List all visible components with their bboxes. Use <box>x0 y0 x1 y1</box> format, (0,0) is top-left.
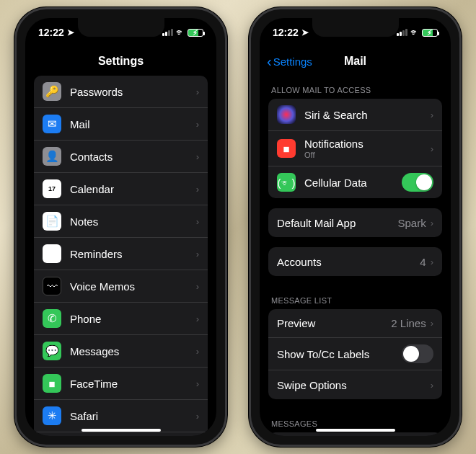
row-swipe-options[interactable]: Swipe Options › <box>268 370 442 399</box>
row-label: Notifications <box>304 138 431 150</box>
row-label: Reminders <box>70 248 196 260</box>
nav-bar-left: Settings <box>25 47 216 76</box>
row-notes[interactable]: 📄 Notes › <box>34 205 208 238</box>
chevron-right-icon: › <box>196 346 199 357</box>
accounts-group: Accounts 4 › <box>268 247 442 276</box>
section-header-allow: ALLOW MAIL TO ACCESS <box>260 76 451 99</box>
row-facetime[interactable]: ■ FaceTime › <box>34 368 208 400</box>
row-label: Mail <box>70 118 196 130</box>
row-label: Default Mail App <box>277 217 397 229</box>
row-notifications[interactable]: ■ NotificationsOff › <box>268 131 442 166</box>
row-detail: 4 <box>420 256 426 268</box>
back-label: Settings <box>273 55 312 68</box>
wifi-icon: ᯤ <box>176 27 185 37</box>
screen-left: 12:22 ➤ ᯤ ⚡︎ Settings 🔑 Passwords › ✉︎ M… <box>25 18 216 436</box>
signal-icon <box>397 29 407 36</box>
row-label: Messages <box>70 345 196 357</box>
cellular-icon: (ᯤ) <box>277 173 296 192</box>
notifications-icon: ■ <box>277 139 296 158</box>
contacts-icon: 👤 <box>43 147 61 166</box>
calendar-icon: 17 <box>43 179 61 198</box>
row-label: Cellular Data <box>304 177 402 189</box>
chevron-right-icon: › <box>196 249 199 259</box>
chevron-right-icon: › <box>196 86 199 97</box>
row-news[interactable]: N News › <box>34 432 208 436</box>
chevron-right-icon: › <box>431 143 433 154</box>
row-phone[interactable]: ✆ Phone › <box>34 303 208 335</box>
row-safari[interactable]: ✳︎ Safari › <box>34 400 208 432</box>
row-label: FaceTime <box>70 378 196 390</box>
row-messages[interactable]: 💬 Messages › <box>34 335 208 368</box>
row-label: Contacts <box>70 151 196 163</box>
status-time: 12:22 <box>273 27 299 38</box>
toggle-switch[interactable] <box>402 173 433 192</box>
row-ask-before-deleting[interactable]: Ask Before Deleting <box>268 432 442 436</box>
chevron-right-icon: › <box>431 318 433 329</box>
chevron-right-icon: › <box>431 218 433 228</box>
home-indicator[interactable] <box>81 429 161 432</box>
nav-bar-right: ‹ Settings Mail <box>260 47 451 76</box>
home-indicator[interactable] <box>316 429 395 432</box>
facetime-icon: ■ <box>43 374 61 393</box>
chevron-right-icon: › <box>431 110 433 120</box>
row-label: Accounts <box>277 256 420 268</box>
phone-right: 12:22 ➤ ᯤ ⚡︎ ‹ Settings Mail ALLOW MAIL … <box>249 7 462 447</box>
toggle-switch[interactable] <box>402 344 433 363</box>
row-reminders[interactable]: ⦿ Reminders › <box>34 238 208 270</box>
row-label: Notes <box>70 215 196 228</box>
phone-icon: ✆ <box>43 309 61 328</box>
siri-icon <box>277 105 296 124</box>
back-button[interactable]: ‹ Settings <box>267 53 312 70</box>
chevron-right-icon: › <box>196 119 199 130</box>
signal-icon <box>162 29 173 36</box>
default-mail-group: Default Mail App Spark › <box>268 208 442 237</box>
row-accounts[interactable]: Accounts 4 › <box>268 247 442 276</box>
safari-icon: ✳︎ <box>43 406 61 425</box>
chevron-right-icon: › <box>431 380 433 391</box>
voicememos-icon: 〰 <box>43 277 61 295</box>
row-sub: Off <box>304 151 431 159</box>
row-preview[interactable]: Preview 2 Lines› <box>268 309 442 338</box>
row-cellular[interactable]: (ᯤ) Cellular Data <box>268 166 442 198</box>
chevron-right-icon: › <box>196 281 199 292</box>
mail-icon: ✉︎ <box>43 115 61 133</box>
chevron-right-icon: › <box>196 216 199 227</box>
row-detail: Spark <box>397 217 426 229</box>
page-title: Mail <box>344 55 366 68</box>
chevron-right-icon: › <box>196 411 199 422</box>
row-label: Siri & Search <box>304 109 431 121</box>
screen-right: 12:22 ➤ ᯤ ⚡︎ ‹ Settings Mail ALLOW MAIL … <box>260 18 451 436</box>
row-show-to-cc-labels[interactable]: Show To/Cc Labels <box>268 338 442 370</box>
mail-settings[interactable]: ALLOW MAIL TO ACCESS Siri & Search › ■ N… <box>260 76 451 436</box>
row-label: Swipe Options <box>277 379 431 391</box>
status-time: 12:22 <box>38 27 64 38</box>
row-label: Show To/Cc Labels <box>277 348 402 360</box>
chevron-right-icon: › <box>196 151 199 162</box>
row-label: Voice Memos <box>70 280 196 293</box>
row-calendar[interactable]: 17 Calendar › <box>34 173 208 205</box>
row-passwords[interactable]: 🔑 Passwords › <box>34 76 208 108</box>
row-label: Calendar <box>70 183 196 195</box>
notes-icon: 📄 <box>43 212 61 231</box>
reminders-icon: ⦿ <box>43 244 61 263</box>
row-label: Preview <box>277 317 391 329</box>
settings-list[interactable]: 🔑 Passwords › ✉︎ Mail › 👤 Contacts › 17 … <box>25 76 216 436</box>
wifi-icon: ᯤ <box>410 27 419 37</box>
notch <box>312 18 399 37</box>
row-default-mail-app[interactable]: Default Mail App Spark › <box>268 208 442 237</box>
row-mail[interactable]: ✉︎ Mail › <box>34 108 208 141</box>
row-voicememos[interactable]: 〰 Voice Memos › <box>34 270 208 303</box>
chevron-right-icon: › <box>431 257 433 267</box>
notch <box>78 18 164 37</box>
row-detail: 2 Lines <box>391 317 426 329</box>
row-siri[interactable]: Siri & Search › <box>268 99 442 131</box>
row-label: Passwords <box>70 86 196 98</box>
location-icon: ➤ <box>67 27 74 37</box>
section-header-msglist: MESSAGE LIST <box>260 286 451 309</box>
battery-icon: ⚡︎ <box>188 29 203 37</box>
row-contacts[interactable]: 👤 Contacts › <box>34 141 208 173</box>
chevron-right-icon: › <box>196 184 199 195</box>
phone-left: 12:22 ➤ ᯤ ⚡︎ Settings 🔑 Passwords › ✉︎ M… <box>14 7 227 447</box>
chevron-left-icon: ‹ <box>267 53 272 70</box>
row-label: Safari <box>70 410 196 422</box>
